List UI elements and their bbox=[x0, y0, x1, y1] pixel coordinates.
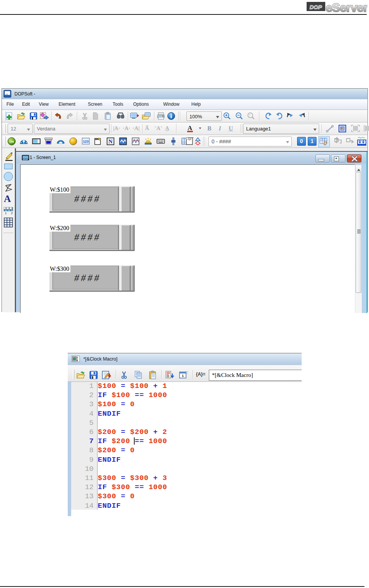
svg-text:eServer: eServer bbox=[326, 1, 367, 14]
svg-text:123: 123 bbox=[83, 140, 89, 143]
svg-text:DOP: DOP bbox=[310, 4, 323, 10]
svg-text:2: 2 bbox=[11, 211, 13, 215]
svg-text:N: N bbox=[108, 138, 113, 145]
svg-text:xyz: xyz bbox=[188, 138, 192, 141]
svg-text:ON: ON bbox=[10, 140, 14, 143]
svg-text:A: A bbox=[188, 124, 192, 132]
svg-text:1: 1 bbox=[182, 374, 184, 378]
svg-text:1: 1 bbox=[5, 211, 7, 215]
